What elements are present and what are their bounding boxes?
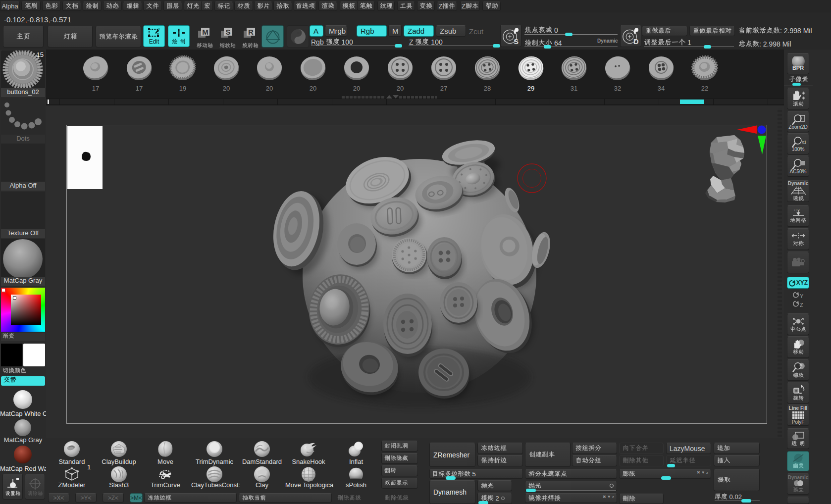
svg-text:S: S (225, 28, 230, 36)
svg-text:M: M (202, 28, 208, 36)
svg-text:R: R (248, 28, 254, 36)
svg-text:x y z: x y z (794, 208, 800, 211)
svg-text:x1: x1 (802, 140, 806, 145)
svg-text:D: D (633, 37, 639, 45)
svg-text:S: S (514, 37, 519, 45)
